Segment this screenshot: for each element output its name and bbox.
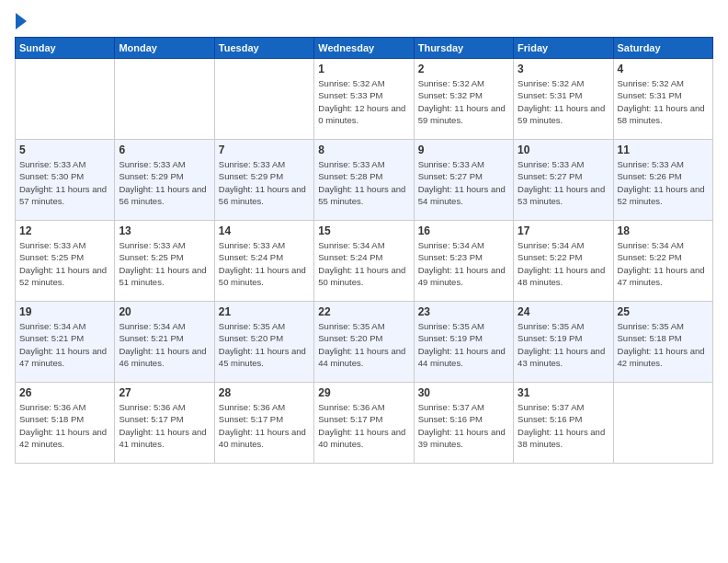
day-number: 18 — [618, 224, 709, 237]
day-info: Sunrise: 5:34 AMSunset: 5:21 PMDaylight:… — [19, 320, 110, 369]
day-info: Sunrise: 5:35 AMSunset: 5:20 PMDaylight:… — [219, 320, 310, 369]
day-number: 30 — [418, 386, 509, 399]
day-info: Sunrise: 5:34 AMSunset: 5:24 PMDaylight:… — [318, 239, 409, 288]
calendar-cell: 3Sunrise: 5:32 AMSunset: 5:31 PMDaylight… — [514, 59, 613, 140]
day-info: Sunrise: 5:36 AMSunset: 5:17 PMDaylight:… — [219, 401, 310, 450]
calendar-cell: 26Sunrise: 5:36 AMSunset: 5:18 PMDayligh… — [16, 383, 115, 464]
day-number: 7 — [219, 144, 310, 156]
day-number: 24 — [518, 305, 609, 318]
day-info: Sunrise: 5:33 AMSunset: 5:27 PMDaylight:… — [518, 158, 609, 207]
calendar-cell: 9Sunrise: 5:33 AMSunset: 5:27 PMDaylight… — [414, 140, 513, 221]
day-info: Sunrise: 5:33 AMSunset: 5:29 PMDaylight:… — [219, 158, 310, 207]
day-number: 17 — [518, 224, 609, 237]
calendar-cell: 23Sunrise: 5:35 AMSunset: 5:19 PMDayligh… — [414, 302, 513, 383]
calendar-cell: 16Sunrise: 5:34 AMSunset: 5:23 PMDayligh… — [414, 221, 513, 302]
day-info: Sunrise: 5:33 AMSunset: 5:25 PMDaylight:… — [119, 239, 210, 288]
calendar-cell: 19Sunrise: 5:34 AMSunset: 5:21 PMDayligh… — [16, 302, 115, 383]
calendar-cell: 7Sunrise: 5:33 AMSunset: 5:29 PMDaylight… — [214, 140, 313, 221]
day-number: 21 — [219, 305, 310, 318]
day-number: 19 — [19, 305, 110, 318]
day-number: 12 — [19, 224, 110, 237]
logo — [15, 15, 27, 28]
day-info: Sunrise: 5:35 AMSunset: 5:19 PMDaylight:… — [418, 320, 509, 369]
day-info: Sunrise: 5:35 AMSunset: 5:19 PMDaylight:… — [518, 320, 609, 369]
day-info: Sunrise: 5:33 AMSunset: 5:30 PMDaylight:… — [19, 158, 110, 207]
day-info: Sunrise: 5:34 AMSunset: 5:22 PMDaylight:… — [618, 239, 709, 288]
calendar-cell — [214, 59, 313, 140]
week-row-5: 26Sunrise: 5:36 AMSunset: 5:18 PMDayligh… — [16, 383, 713, 464]
day-info: Sunrise: 5:36 AMSunset: 5:18 PMDaylight:… — [19, 401, 110, 450]
day-number: 11 — [618, 144, 709, 156]
calendar-cell: 27Sunrise: 5:36 AMSunset: 5:17 PMDayligh… — [115, 383, 214, 464]
day-number: 10 — [518, 144, 609, 156]
calendar-cell: 2Sunrise: 5:32 AMSunset: 5:32 PMDaylight… — [414, 59, 513, 140]
calendar-cell: 10Sunrise: 5:33 AMSunset: 5:27 PMDayligh… — [514, 140, 613, 221]
weekday-header-sunday: Sunday — [16, 38, 115, 59]
calendar-cell: 6Sunrise: 5:33 AMSunset: 5:29 PMDaylight… — [115, 140, 214, 221]
day-number: 16 — [418, 224, 509, 237]
calendar-cell: 4Sunrise: 5:32 AMSunset: 5:31 PMDaylight… — [613, 59, 712, 140]
week-row-3: 12Sunrise: 5:33 AMSunset: 5:25 PMDayligh… — [16, 221, 713, 302]
day-info: Sunrise: 5:36 AMSunset: 5:17 PMDaylight:… — [318, 401, 409, 450]
day-number: 8 — [318, 144, 409, 156]
calendar-cell: 8Sunrise: 5:33 AMSunset: 5:28 PMDaylight… — [314, 140, 414, 221]
day-number: 25 — [618, 305, 709, 318]
day-info: Sunrise: 5:32 AMSunset: 5:33 PMDaylight:… — [318, 77, 409, 126]
weekday-header-wednesday: Wednesday — [314, 38, 414, 59]
day-number: 5 — [19, 144, 110, 156]
day-info: Sunrise: 5:37 AMSunset: 5:16 PMDaylight:… — [518, 401, 609, 450]
day-info: Sunrise: 5:34 AMSunset: 5:22 PMDaylight:… — [518, 239, 609, 288]
day-info: Sunrise: 5:35 AMSunset: 5:18 PMDaylight:… — [618, 320, 709, 369]
week-row-2: 5Sunrise: 5:33 AMSunset: 5:30 PMDaylight… — [16, 140, 713, 221]
svg-marker-0 — [16, 13, 27, 29]
day-info: Sunrise: 5:33 AMSunset: 5:29 PMDaylight:… — [119, 158, 210, 207]
logo-icon — [16, 13, 27, 29]
calendar-cell: 5Sunrise: 5:33 AMSunset: 5:30 PMDaylight… — [16, 140, 115, 221]
day-info: Sunrise: 5:32 AMSunset: 5:31 PMDaylight:… — [618, 77, 709, 126]
calendar-cell: 24Sunrise: 5:35 AMSunset: 5:19 PMDayligh… — [514, 302, 613, 383]
weekday-header-friday: Friday — [514, 38, 613, 59]
day-number: 2 — [418, 63, 509, 75]
day-number: 31 — [518, 386, 609, 399]
day-number: 23 — [418, 305, 509, 318]
page-header — [15, 15, 713, 28]
week-row-1: 1Sunrise: 5:32 AMSunset: 5:33 PMDaylight… — [16, 59, 713, 140]
weekday-header-tuesday: Tuesday — [214, 38, 313, 59]
calendar-cell: 20Sunrise: 5:34 AMSunset: 5:21 PMDayligh… — [115, 302, 214, 383]
day-info: Sunrise: 5:33 AMSunset: 5:25 PMDaylight:… — [19, 239, 110, 288]
day-info: Sunrise: 5:36 AMSunset: 5:17 PMDaylight:… — [119, 401, 210, 450]
calendar-cell: 1Sunrise: 5:32 AMSunset: 5:33 PMDaylight… — [314, 59, 414, 140]
day-number: 6 — [119, 144, 210, 156]
calendar-cell: 31Sunrise: 5:37 AMSunset: 5:16 PMDayligh… — [514, 383, 613, 464]
day-info: Sunrise: 5:33 AMSunset: 5:26 PMDaylight:… — [618, 158, 709, 207]
calendar-cell: 21Sunrise: 5:35 AMSunset: 5:20 PMDayligh… — [214, 302, 313, 383]
calendar-cell — [613, 383, 712, 464]
weekday-header-saturday: Saturday — [613, 38, 712, 59]
calendar-cell: 13Sunrise: 5:33 AMSunset: 5:25 PMDayligh… — [115, 221, 214, 302]
day-info: Sunrise: 5:32 AMSunset: 5:32 PMDaylight:… — [418, 77, 509, 126]
day-info: Sunrise: 5:34 AMSunset: 5:23 PMDaylight:… — [418, 239, 509, 288]
calendar-cell: 17Sunrise: 5:34 AMSunset: 5:22 PMDayligh… — [514, 221, 613, 302]
day-number: 29 — [318, 386, 409, 399]
calendar-cell: 14Sunrise: 5:33 AMSunset: 5:24 PMDayligh… — [214, 221, 313, 302]
weekday-header-thursday: Thursday — [414, 38, 513, 59]
week-row-4: 19Sunrise: 5:34 AMSunset: 5:21 PMDayligh… — [16, 302, 713, 383]
day-number: 28 — [219, 386, 310, 399]
calendar-cell: 29Sunrise: 5:36 AMSunset: 5:17 PMDayligh… — [314, 383, 414, 464]
calendar-cell — [16, 59, 115, 140]
calendar-table: SundayMondayTuesdayWednesdayThursdayFrid… — [15, 37, 713, 464]
day-number: 22 — [318, 305, 409, 318]
weekday-header-monday: Monday — [115, 38, 214, 59]
day-number: 4 — [618, 63, 709, 75]
day-number: 9 — [418, 144, 509, 156]
calendar-cell: 12Sunrise: 5:33 AMSunset: 5:25 PMDayligh… — [16, 221, 115, 302]
day-number: 3 — [518, 63, 609, 75]
day-number: 26 — [19, 386, 110, 399]
calendar-cell: 18Sunrise: 5:34 AMSunset: 5:22 PMDayligh… — [613, 221, 712, 302]
calendar-cell — [115, 59, 214, 140]
day-number: 13 — [119, 224, 210, 237]
day-info: Sunrise: 5:37 AMSunset: 5:16 PMDaylight:… — [418, 401, 509, 450]
calendar-cell: 25Sunrise: 5:35 AMSunset: 5:18 PMDayligh… — [613, 302, 712, 383]
day-number: 20 — [119, 305, 210, 318]
day-info: Sunrise: 5:33 AMSunset: 5:27 PMDaylight:… — [418, 158, 509, 207]
